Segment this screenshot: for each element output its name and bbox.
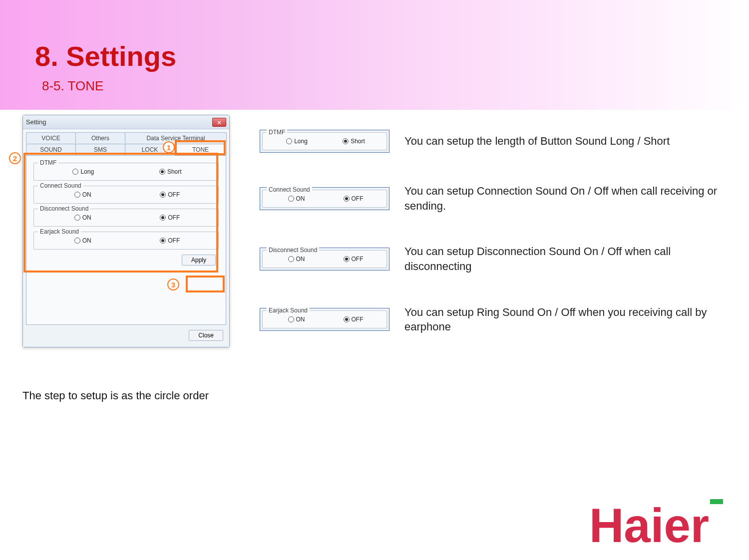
snippet-radio-earjack-off[interactable]: OFF (344, 316, 364, 323)
apply-button[interactable]: Apply (182, 255, 216, 266)
header-banner: 8. Settings 8-5. TONE (0, 0, 749, 110)
group-connect-legend: Connect Sound (38, 182, 83, 189)
radio-earjack-off[interactable]: OFF (160, 237, 180, 244)
tab-area: VOICE Others Data Service Terminal SOUND… (23, 129, 229, 325)
radio-disconnect-on[interactable]: ON (74, 214, 91, 221)
group-earjack: Earjack Sound ON OFF (33, 232, 219, 250)
tab-panel-tone: DTMF Long Short Connect Sound ON OFF Dis… (26, 155, 226, 325)
row-connect: Connect Sound ON OFF You can setup Conne… (260, 184, 734, 213)
tab-row-1: VOICE Others Data Service Terminal (26, 132, 226, 144)
radio-disconnect-off[interactable]: OFF (160, 214, 180, 221)
tab-tone[interactable]: TONE (174, 144, 227, 155)
snippet-radio-disconnect-on[interactable]: ON (288, 256, 305, 263)
row-earjack: Earjack Sound ON OFF You can setup Ring … (260, 305, 734, 334)
radio-dtmf-long[interactable]: Long (72, 168, 94, 175)
tab-row-2: SOUND SMS LOCK TONE (26, 144, 226, 155)
desc-connect: You can setup Connection Sound On / Off … (404, 184, 734, 213)
row-disconnect: Disconnect Sound ON OFF You can setup Di… (260, 244, 734, 274)
content-area: Setting ✕ VOICE Others Data Service Term… (0, 110, 749, 130)
page-subtitle: 8-5. TONE (42, 78, 749, 94)
close-button[interactable]: Close (189, 330, 223, 341)
radio-connect-off[interactable]: OFF (160, 191, 180, 198)
desc-disconnect: You can setup Disconnection Sound On / O… (404, 244, 734, 274)
tab-data-service-terminal[interactable]: Data Service Terminal (125, 132, 227, 144)
setting-dialog: Setting ✕ VOICE Others Data Service Term… (22, 115, 230, 347)
desc-dtmf: You can setup the length of Button Sound… (404, 134, 734, 149)
group-disconnect: Disconnect Sound ON OFF (33, 209, 219, 227)
explanations: DTMF Long Short You can setup the length… (260, 130, 734, 365)
snippet-disconnect: Disconnect Sound ON OFF (260, 248, 389, 271)
snippet-radio-connect-off[interactable]: OFF (344, 195, 364, 202)
snippet-radio-earjack-on[interactable]: ON (288, 316, 305, 323)
close-icon[interactable]: ✕ (212, 118, 226, 127)
step-caption: The step to setup is as the circle order (22, 389, 209, 402)
snippet-dtmf: DTMF Long Short (260, 130, 389, 153)
tab-sound[interactable]: SOUND (26, 144, 76, 155)
dialog-title: Setting (26, 118, 46, 126)
desc-earjack: You can setup Ring Sound On / Off when y… (404, 305, 734, 334)
row-dtmf: DTMF Long Short You can setup the length… (260, 130, 734, 153)
tab-others[interactable]: Others (75, 132, 125, 144)
group-disconnect-legend: Disconnect Sound (38, 205, 90, 212)
haier-logo: Haier (589, 496, 749, 551)
marker-2: 2 (9, 152, 21, 164)
highlight-box-3 (186, 276, 225, 292)
radio-connect-on[interactable]: ON (74, 191, 91, 198)
group-dtmf-legend: DTMF (38, 159, 58, 166)
tab-voice[interactable]: VOICE (26, 132, 76, 144)
marker-3: 3 (167, 279, 179, 290)
dialog-footer: Close (23, 325, 229, 347)
snippet-earjack: Earjack Sound ON OFF (260, 308, 389, 331)
snippet-radio-connect-on[interactable]: ON (288, 195, 305, 202)
svg-rect-0 (710, 499, 723, 504)
logo-text: Haier (589, 499, 709, 551)
page-title: 8. Settings (35, 40, 749, 72)
radio-earjack-on[interactable]: ON (74, 237, 91, 244)
snippet-radio-disconnect-off[interactable]: OFF (344, 256, 364, 263)
snippet-connect: Connect Sound ON OFF (260, 187, 389, 210)
snippet-radio-dtmf-short[interactable]: Short (343, 138, 365, 145)
radio-dtmf-short[interactable]: Short (159, 168, 182, 175)
tab-sms[interactable]: SMS (75, 144, 125, 155)
marker-1: 1 (163, 141, 175, 153)
snippet-radio-dtmf-long[interactable]: Long (286, 138, 308, 145)
group-connect: Connect Sound ON OFF (33, 186, 219, 204)
group-dtmf: DTMF Long Short (33, 163, 219, 181)
dialog-titlebar: Setting ✕ (23, 115, 229, 129)
group-earjack-legend: Earjack Sound (38, 228, 81, 235)
